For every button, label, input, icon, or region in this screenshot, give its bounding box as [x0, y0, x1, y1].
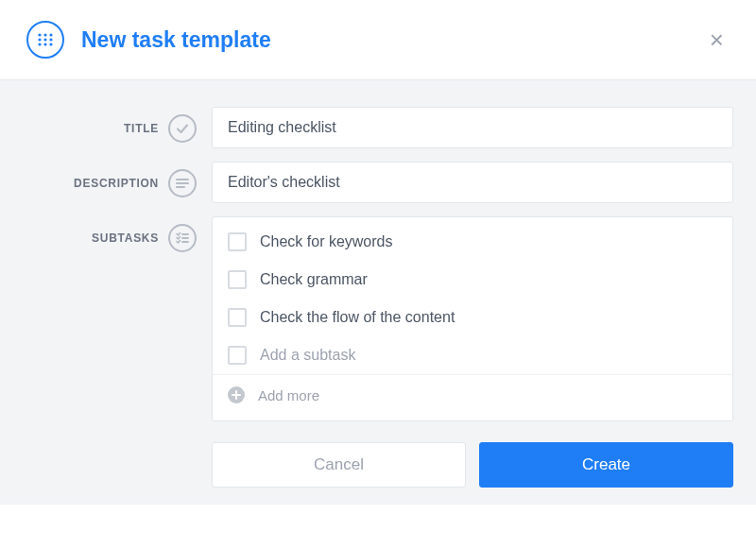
lines-icon [168, 169, 197, 197]
subtask-text: Check for keywords [260, 233, 393, 250]
subtask-item: Check the flow of the content [213, 299, 732, 336]
subtask-text: Check grammar [260, 271, 368, 288]
add-more-button[interactable]: Add more [213, 374, 732, 415]
add-more-label: Add more [258, 387, 319, 403]
title-field-row: TITLE [23, 107, 733, 148]
description-label: DESCRIPTION [74, 177, 159, 190]
subtask-item: Check grammar [213, 261, 732, 299]
close-icon[interactable]: × [704, 27, 730, 52]
subtasks-box: Check for keywords Check grammar Check t… [212, 216, 733, 421]
svg-point-6 [38, 43, 41, 45]
subtask-checkbox[interactable] [228, 270, 247, 289]
subtask-text: Check the flow of the content [260, 309, 455, 326]
svg-point-8 [49, 43, 52, 45]
create-button[interactable]: Create [479, 442, 733, 488]
check-icon [168, 114, 197, 143]
modal-footer: Cancel Create [212, 442, 733, 488]
page-title: New task template [81, 27, 704, 53]
plus-icon [228, 386, 245, 403]
subtask-checkbox[interactable] [228, 346, 247, 365]
svg-point-4 [43, 38, 46, 41]
title-input[interactable] [212, 107, 733, 148]
description-input[interactable] [212, 162, 733, 203]
svg-point-7 [43, 43, 46, 45]
subtasks-field-row: SUBTASKS Check for keywords [23, 216, 733, 421]
svg-point-0 [38, 33, 41, 36]
svg-point-5 [49, 38, 52, 41]
svg-point-3 [38, 38, 41, 41]
checklist-icon [168, 224, 197, 252]
template-icon [26, 21, 64, 59]
svg-point-2 [49, 33, 52, 36]
subtask-new-input[interactable] [260, 347, 717, 364]
modal-body: TITLE DESCRIPTION SUBTASKS [0, 80, 756, 505]
subtask-checkbox[interactable] [228, 308, 247, 327]
cancel-button[interactable]: Cancel [212, 442, 466, 488]
modal-header: New task template × [0, 0, 756, 80]
description-field-row: DESCRIPTION [23, 162, 733, 203]
subtasks-label: SUBTASKS [92, 231, 159, 245]
title-label: TITLE [124, 122, 159, 135]
subtask-new-row [213, 336, 732, 374]
subtask-item: Check for keywords [213, 223, 732, 261]
svg-point-1 [43, 33, 46, 36]
subtask-checkbox[interactable] [228, 232, 247, 251]
